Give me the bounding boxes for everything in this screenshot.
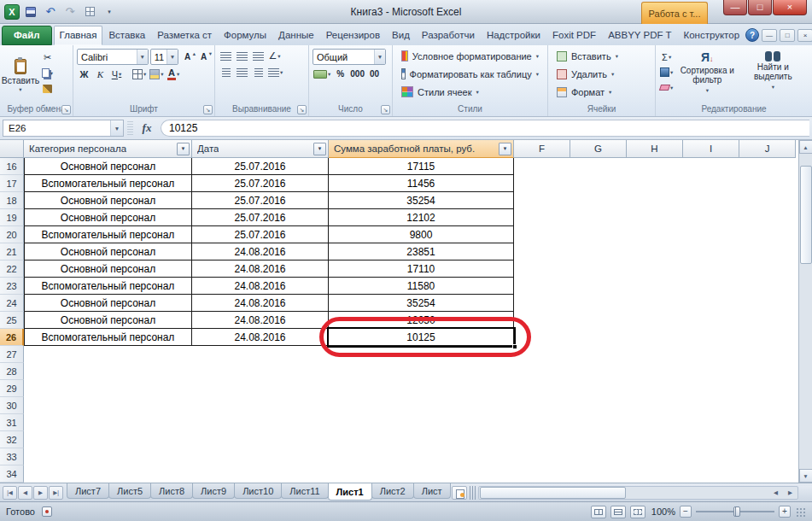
row-header-30[interactable]: 30 bbox=[0, 397, 24, 414]
cell[interactable]: 25.07.2016 bbox=[192, 209, 329, 226]
paste-button[interactable]: Вставить ▾ bbox=[3, 49, 38, 103]
zoom-slider-thumb[interactable] bbox=[733, 506, 740, 517]
cell[interactable]: 24.08.2016 bbox=[192, 243, 329, 260]
close-button[interactable]: × bbox=[773, 0, 807, 15]
vertical-scroll-thumb[interactable] bbox=[800, 166, 812, 264]
contextual-tab-group[interactable]: Работа с т... bbox=[641, 2, 708, 24]
last-sheet-button[interactable]: ▶| bbox=[49, 486, 63, 500]
workbook-restore-button[interactable]: □ bbox=[780, 29, 795, 42]
tab-Конструктор[interactable]: Конструктор bbox=[677, 26, 745, 45]
cell[interactable]: 24.08.2016 bbox=[192, 312, 329, 329]
cell[interactable]: Основной персонал bbox=[24, 260, 192, 278]
sheet-tab-Лист5[interactable]: Лист5 bbox=[108, 483, 151, 499]
cell[interactable]: Основной персонал bbox=[24, 158, 192, 175]
filter-dropdown-icon[interactable]: ▼ bbox=[499, 143, 511, 155]
underline-button[interactable]: Ч▾ bbox=[109, 67, 124, 81]
cell[interactable]: 9800 bbox=[329, 226, 514, 243]
increase-font-button[interactable]: А▴ bbox=[180, 50, 195, 64]
tab-Данные[interactable]: Данные bbox=[272, 26, 320, 45]
table-header-2[interactable]: Дата▼ bbox=[192, 140, 329, 158]
align-middle-button[interactable] bbox=[235, 49, 249, 63]
cell[interactable]: 11456 bbox=[329, 175, 514, 192]
align-center-button[interactable] bbox=[235, 65, 249, 79]
font-color-button[interactable]: А▾ bbox=[166, 67, 181, 81]
tab-Формулы[interactable]: Формулы bbox=[218, 26, 272, 45]
zoom-out-button[interactable]: − bbox=[680, 506, 692, 518]
cell[interactable]: 11580 bbox=[329, 278, 514, 295]
cell[interactable]: Вспомогательный персонал bbox=[24, 278, 192, 295]
zoom-slider[interactable] bbox=[696, 506, 774, 518]
fill-button[interactable]: ▾ bbox=[659, 65, 674, 79]
comma-style-button[interactable]: 000 bbox=[349, 67, 365, 81]
formula-input[interactable]: 10125 bbox=[161, 120, 809, 137]
cell[interactable]: Вспомогательный персонал bbox=[24, 175, 192, 192]
orientation-button[interactable]: ∠▾ bbox=[267, 49, 282, 63]
bold-button[interactable]: Ж bbox=[77, 67, 91, 81]
first-sheet-button[interactable]: |◀ bbox=[3, 486, 17, 500]
scroll-right-icon[interactable]: ▶ bbox=[783, 486, 797, 500]
cell[interactable]: 23851 bbox=[329, 243, 514, 260]
cell[interactable]: 25.07.2016 bbox=[192, 175, 329, 192]
delete-cells-button[interactable]: Удалить▾ bbox=[552, 65, 651, 83]
filter-dropdown-icon[interactable]: ▼ bbox=[313, 143, 326, 155]
normal-view-button[interactable] bbox=[591, 506, 606, 518]
sort-filter-button[interactable]: Я↓ Сортировка и фильтр ▾ bbox=[676, 49, 738, 103]
row-header-19[interactable]: 19 bbox=[0, 209, 24, 226]
tab-Рецензиров[interactable]: Рецензиров bbox=[320, 26, 386, 45]
align-right-button[interactable] bbox=[251, 65, 266, 79]
decrease-font-button[interactable]: А▾ bbox=[196, 50, 211, 64]
alignment-dialog-launcher[interactable]: ↘ bbox=[297, 105, 307, 114]
cell[interactable]: 17115 bbox=[329, 158, 514, 175]
sheet-tab-Лист[interactable]: Лист bbox=[413, 483, 451, 499]
cell-styles-button[interactable]: Стили ячеек▾ bbox=[396, 83, 544, 101]
sheet-tab-Лист8[interactable]: Лист8 bbox=[150, 483, 193, 499]
name-box[interactable]: E26 ▼ bbox=[3, 120, 124, 137]
page-break-view-button[interactable] bbox=[630, 506, 646, 518]
select-all-corner[interactable] bbox=[0, 140, 24, 158]
zoom-level-label[interactable]: 100% bbox=[650, 506, 675, 517]
row-header-20[interactable]: 20 bbox=[0, 226, 24, 243]
cell[interactable]: Вспомогательный персонал bbox=[24, 329, 192, 346]
format-painter-button[interactable] bbox=[40, 81, 55, 96]
tab-Вставка[interactable]: Вставка bbox=[102, 26, 151, 45]
row-header-27[interactable]: 27 bbox=[0, 346, 24, 363]
prev-sheet-button[interactable]: ◀ bbox=[18, 486, 32, 500]
row-header-28[interactable]: 28 bbox=[0, 363, 24, 380]
zoom-in-button[interactable]: + bbox=[779, 506, 791, 518]
workbook-close-button[interactable]: × bbox=[797, 29, 812, 42]
row-header-31[interactable]: 31 bbox=[0, 414, 24, 431]
scroll-up-icon[interactable]: ▲ bbox=[799, 140, 812, 154]
font-size-combo[interactable]: 11 ▼ bbox=[150, 49, 178, 65]
qat-table-icon[interactable] bbox=[81, 3, 98, 20]
chevron-down-icon[interactable]: ▼ bbox=[166, 50, 178, 64]
column-header-J[interactable]: J bbox=[739, 140, 796, 158]
sheet-tab-Лист2[interactable]: Лист2 bbox=[371, 483, 414, 499]
cut-button[interactable]: ✂ bbox=[40, 50, 55, 65]
formula-bar-handle[interactable] bbox=[127, 121, 133, 135]
column-header-G[interactable]: G bbox=[570, 140, 627, 158]
horizontal-scroll-thumb[interactable] bbox=[480, 487, 627, 499]
align-left-button[interactable] bbox=[219, 65, 233, 79]
sheet-tab-Лист10[interactable]: Лист10 bbox=[234, 483, 282, 499]
tab-Главная[interactable]: Главная bbox=[54, 26, 103, 45]
font-name-combo[interactable]: Calibri ▼ bbox=[77, 49, 149, 65]
chevron-down-icon[interactable]: ▼ bbox=[137, 50, 148, 64]
save-button[interactable] bbox=[22, 3, 39, 20]
insert-function-button[interactable]: fx bbox=[137, 120, 157, 137]
tab-Разработчи[interactable]: Разработчи bbox=[416, 26, 481, 45]
cell[interactable]: 35254 bbox=[329, 295, 514, 312]
row-header-22[interactable]: 22 bbox=[0, 260, 24, 278]
find-select-button[interactable]: Найти и выделить ▾ bbox=[740, 49, 805, 103]
column-header-H[interactable]: H bbox=[627, 140, 683, 158]
fill-color-button[interactable]: ▾ bbox=[149, 67, 164, 81]
sheet-tab-Лист9[interactable]: Лист9 bbox=[192, 483, 235, 499]
minimize-button[interactable]: — bbox=[723, 0, 747, 15]
next-sheet-button[interactable]: ▶ bbox=[33, 486, 48, 500]
undo-button[interactable]: ↶ bbox=[42, 3, 59, 20]
restore-button[interactable]: □ bbox=[748, 0, 772, 15]
cell[interactable]: Основной персонал bbox=[24, 312, 192, 329]
align-bottom-button[interactable] bbox=[251, 49, 266, 63]
help-icon[interactable]: ? bbox=[745, 28, 759, 42]
cell[interactable]: 25.07.2016 bbox=[192, 158, 329, 175]
cell[interactable]: 25.07.2016 bbox=[192, 192, 329, 209]
